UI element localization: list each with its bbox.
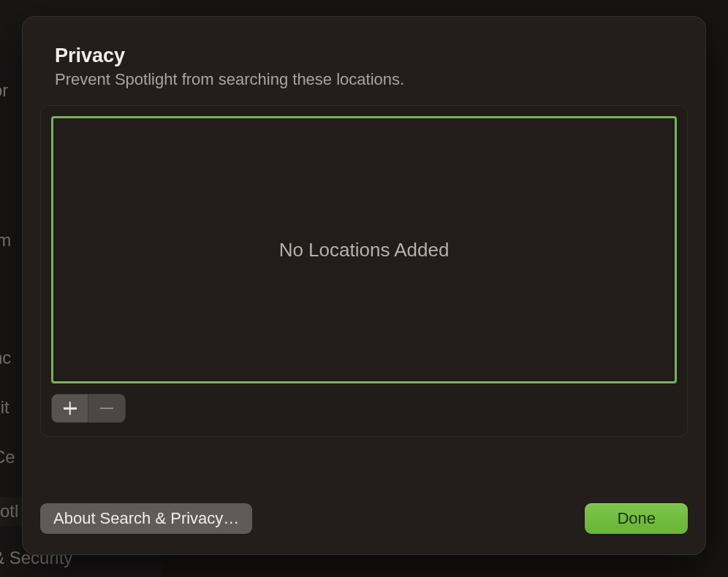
plus-icon (64, 402, 77, 415)
modal-footer: About Search & Privacy… Done (40, 449, 688, 534)
locations-dropzone[interactable]: No Locations Added (51, 116, 677, 383)
add-location-button[interactable] (52, 394, 88, 422)
minus-icon (100, 408, 113, 410)
about-search-privacy-button[interactable]: About Search & Privacy… (40, 503, 252, 534)
locations-panel: No Locations Added (40, 105, 688, 437)
modal-subtitle: Prevent Spotlight from searching these l… (40, 70, 688, 89)
empty-state-text: No Locations Added (279, 239, 450, 261)
add-remove-segmented-control (51, 394, 126, 423)
done-button[interactable]: Done (585, 503, 688, 534)
remove-location-button[interactable] (88, 394, 125, 422)
privacy-modal: Privacy Prevent Spotlight from searching… (22, 16, 706, 555)
modal-title: Privacy (40, 45, 688, 67)
